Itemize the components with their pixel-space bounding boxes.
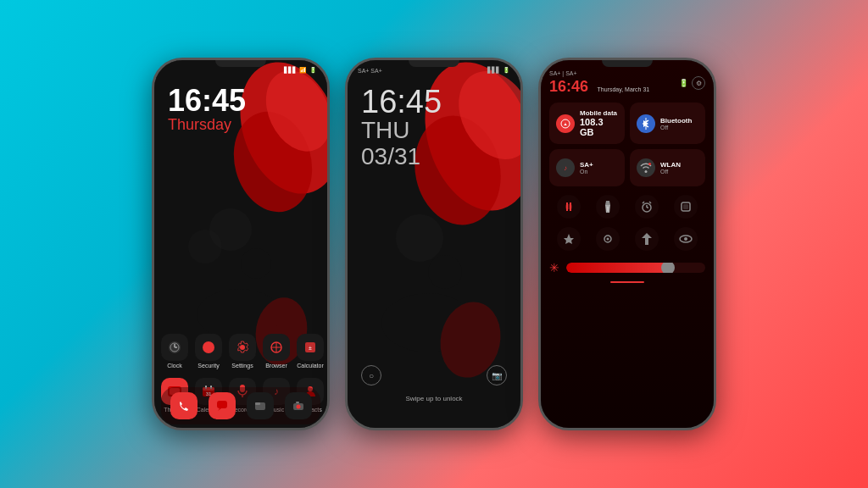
lock-signal: ▋▋▋	[487, 67, 500, 74]
app-grid-row1: Clock Security Settings Browser ± Calcul…	[161, 334, 320, 369]
mobile-data-title: Mobile data	[580, 109, 618, 117]
ctrl-action-row1	[549, 195, 705, 219]
status-bar-lock: SA+ SA+ ▋▋▋ 🔋	[358, 67, 510, 74]
ctrl-header: SA+ | SA+ 16:46 Thursday, March 31 🔋 ⚙	[549, 70, 705, 96]
brightness-icon: ✳	[549, 261, 559, 274]
ctrl-header-left: SA+ | SA+ 16:46 Thursday, March 31	[549, 70, 649, 96]
dock-files[interactable]	[247, 392, 274, 419]
messages-icon	[209, 392, 236, 419]
brightness-fill	[566, 263, 670, 273]
ctrl-tile-wlan[interactable]: WLAN Off	[630, 149, 705, 186]
svg-point-42	[648, 163, 651, 165]
dock-phone[interactable]	[170, 392, 198, 419]
vibrate-btn[interactable]	[557, 195, 581, 219]
ctrl-settings-btn[interactable]: ⚙	[692, 76, 705, 90]
svg-point-3	[209, 208, 252, 251]
phone-icon	[170, 392, 198, 419]
mobile-data-icon	[556, 114, 575, 133]
lock-time-display: 16:45 THU 03/31	[361, 86, 442, 170]
brightness-slider[interactable]	[566, 263, 705, 273]
svg-rect-29	[255, 402, 260, 405]
flashlight-btn[interactable]	[596, 195, 620, 219]
security-label: Security	[198, 363, 219, 369]
ctrl-action-row2	[549, 227, 705, 251]
wlan-info: WLAN Off	[660, 161, 698, 175]
signal-icon: ▋▋▋	[284, 67, 297, 74]
svg-point-53	[684, 237, 687, 241]
clock-icon	[161, 334, 188, 361]
brightness-control: ✳	[549, 261, 705, 274]
home-clock: 16:45	[168, 86, 246, 116]
bluetooth-info: Bluetooth Off	[660, 117, 698, 130]
svg-point-37	[428, 255, 462, 289]
alarm-btn[interactable]	[635, 195, 659, 219]
phone-control: SA+ | SA+ 16:46 Thursday, March 31 🔋 ⚙ M…	[538, 58, 716, 430]
app-browser[interactable]: Browser	[263, 334, 290, 369]
browser-icon	[263, 334, 290, 361]
control-center: SA+ | SA+ 16:46 Thursday, March 31 🔋 ⚙ M…	[541, 60, 714, 428]
auto-rotate-btn[interactable]	[596, 227, 620, 251]
brightness-thumb	[661, 263, 675, 273]
screenshot-btn[interactable]	[674, 195, 698, 219]
svg-point-5	[188, 230, 222, 263]
wifi-icon: 📶	[299, 67, 307, 74]
ctrl-sa-label: SA+ | SA+	[549, 70, 649, 76]
wlan-status: Off	[660, 169, 698, 175]
lock-home-btn[interactable]: ○	[361, 365, 381, 385]
home-day: Thursday	[168, 116, 246, 134]
lock-date-date: 03/31	[361, 144, 442, 170]
bluetooth-icon	[637, 114, 655, 133]
browser-label: Browser	[265, 363, 287, 369]
lock-status-icons: ▋▋▋ 🔋	[487, 67, 510, 74]
camera-icon	[285, 392, 312, 419]
ctrl-date: Thursday, March 31	[598, 86, 650, 92]
svg-point-36	[396, 214, 443, 262]
calculator-label: Calculator	[297, 363, 324, 369]
eye-comfort-btn[interactable]	[674, 227, 698, 251]
security-icon	[195, 334, 222, 361]
bluetooth-status: Off	[660, 125, 698, 130]
dock	[161, 387, 320, 424]
location-btn[interactable]	[635, 227, 659, 251]
ctrl-tile-sa[interactable]: ♪ SA+ On	[549, 149, 625, 186]
airplane-btn[interactable]	[557, 227, 581, 251]
lock-clock: 16:45	[361, 86, 442, 118]
files-icon	[247, 392, 274, 419]
lock-camera-btn[interactable]: 📷	[487, 365, 507, 385]
svg-point-35	[444, 60, 520, 172]
ctrl-tile-bluetooth[interactable]: Bluetooth Off	[630, 103, 705, 144]
day-text: Thursda	[168, 116, 224, 133]
app-calculator[interactable]: ± Calculator	[297, 334, 324, 369]
day-accent: y	[224, 116, 231, 133]
app-clock[interactable]: Clock	[161, 334, 188, 369]
app-security[interactable]: Security	[195, 334, 222, 369]
lock-battery: 🔋	[503, 67, 510, 74]
battery-icon: 🔋	[309, 67, 317, 74]
sa-info: SA+ On	[580, 161, 618, 175]
wlan-icon	[637, 158, 655, 177]
dock-camera[interactable]	[285, 392, 312, 419]
app-settings[interactable]: Settings	[229, 334, 256, 369]
home-time-display: 16:45 Thursday	[168, 86, 246, 134]
lock-status-left: SA+ SA+	[358, 68, 382, 74]
svg-rect-32	[296, 402, 299, 403]
svg-point-4	[241, 248, 271, 279]
mobile-data-value: 108.3 GB	[580, 117, 618, 137]
dock-messages[interactable]	[209, 392, 236, 419]
ctrl-tile-mobile-data[interactable]: Mobile data 108.3 GB	[549, 103, 625, 144]
svg-point-6	[197, 289, 281, 340]
swipe-hint: Swipe up to unlock	[348, 395, 520, 402]
status-bar-home: ▋▋▋ 📶 🔋	[164, 67, 317, 74]
svg-text:♪: ♪	[564, 164, 567, 172]
lock-bottom-icons: ○ 📷	[361, 365, 507, 385]
svg-text:±: ±	[309, 345, 312, 351]
ctrl-time: 16:46	[549, 78, 588, 95]
svg-rect-43	[565, 204, 572, 209]
ctrl-header-icons: 🔋 ⚙	[679, 76, 705, 90]
sa-status: On	[580, 169, 618, 175]
svg-rect-49	[683, 204, 688, 209]
wlan-title: WLAN	[660, 161, 698, 169]
bluetooth-title: Bluetooth	[660, 117, 698, 125]
volume-line	[610, 281, 644, 283]
lock-date-thu: THU	[361, 118, 442, 144]
